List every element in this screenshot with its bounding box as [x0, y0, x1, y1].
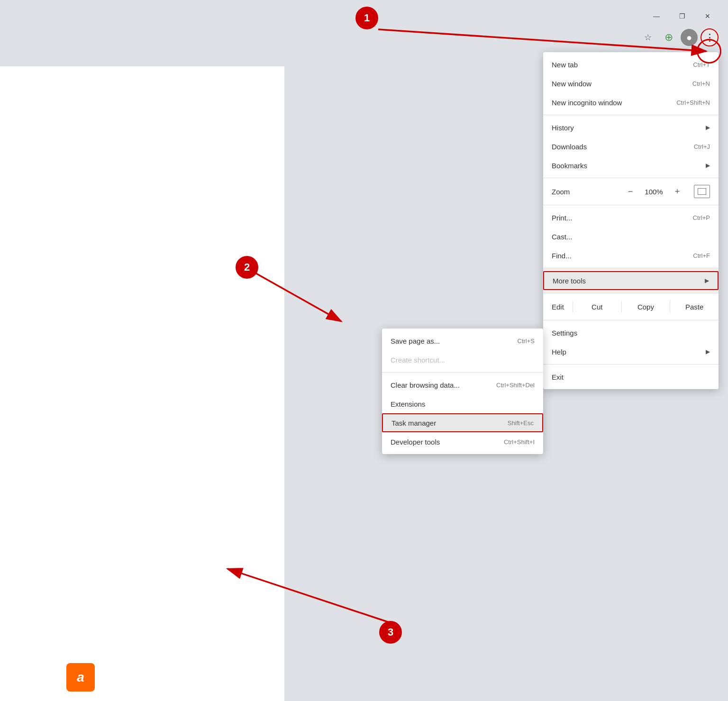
menu-dots-icon: ⋮ — [705, 32, 715, 43]
fullscreen-button[interactable] — [694, 185, 710, 198]
menu-item-history[interactable]: History ▶ — [543, 118, 719, 137]
chrome-menu-button[interactable]: ⋮ — [701, 28, 719, 46]
page-content — [0, 52, 284, 701]
menu-item-exit[interactable]: Exit — [543, 367, 719, 386]
maximize-button[interactable]: ❐ — [671, 9, 693, 24]
window-controls: — ❐ ✕ — [646, 9, 719, 24]
submenu-item-developer-tools[interactable]: Developer tools Ctrl+Shift+I — [382, 432, 543, 451]
submenu-item-create-shortcut[interactable]: Create shortcut... — [382, 350, 543, 369]
zoom-row: Zoom − 100% + — [543, 181, 719, 202]
close-button[interactable]: ✕ — [697, 9, 719, 24]
menu-item-bookmarks[interactable]: Bookmarks ▶ — [543, 156, 719, 175]
bookmark-button[interactable]: ☆ — [639, 28, 657, 46]
menu-item-settings[interactable]: Settings — [543, 323, 719, 342]
menu-section-edit: Edit Cut Copy Paste — [543, 293, 719, 320]
menu-section-exit: Exit — [543, 364, 719, 389]
browser-toolbar: ☆ ⊕ ● ⋮ — [639, 28, 719, 46]
zoom-in-button[interactable]: + — [669, 183, 685, 200]
menu-item-cast[interactable]: Cast... — [543, 227, 719, 246]
extension-button[interactable]: ⊕ — [660, 28, 678, 46]
submenu-section-2: Clear browsing data... Ctrl+Shift+Del Ex… — [382, 373, 543, 454]
profile-icon: ● — [686, 32, 692, 43]
menu-section-nav: History ▶ Downloads Ctrl+J Bookmarks ▶ — [543, 115, 719, 178]
menu-section-zoom: Zoom − 100% + — [543, 178, 719, 205]
profile-button[interactable]: ● — [681, 29, 698, 46]
bookmark-icon: ☆ — [644, 32, 652, 43]
cut-button[interactable]: Cut — [573, 299, 621, 315]
menu-item-print[interactable]: Print... Ctrl+P — [543, 208, 719, 227]
more-tools-submenu: Save page as... Ctrl+S Create shortcut..… — [382, 328, 543, 454]
favicon: a — [66, 663, 95, 692]
menu-section-new: New tab Ctrl+T New window Ctrl+N New inc… — [543, 52, 719, 115]
minimize-button[interactable]: — — [646, 9, 667, 24]
menu-item-incognito[interactable]: New incognito window Ctrl+Shift+N — [543, 93, 719, 112]
submenu-item-task-manager[interactable]: Task manager Shift+Esc — [382, 413, 543, 432]
menu-item-find[interactable]: Find... Ctrl+F — [543, 246, 719, 265]
menu-item-downloads[interactable]: Downloads Ctrl+J — [543, 137, 719, 156]
chrome-menu: New tab Ctrl+T New window Ctrl+N New inc… — [543, 52, 719, 389]
menu-item-new-window[interactable]: New window Ctrl+N — [543, 74, 719, 93]
submenu-item-extensions[interactable]: Extensions — [382, 394, 543, 413]
menu-section-tools1: Print... Ctrl+P Cast... Find... Ctrl+F — [543, 205, 719, 268]
zoom-out-button[interactable]: − — [622, 183, 638, 200]
copy-button[interactable]: Copy — [622, 299, 670, 315]
extension-icon: ⊕ — [664, 31, 673, 44]
paste-button[interactable]: Paste — [670, 299, 719, 315]
menu-item-new-tab[interactable]: New tab Ctrl+T — [543, 55, 719, 74]
menu-section-settings: Settings Help ▶ — [543, 320, 719, 364]
submenu-section-1: Save page as... Ctrl+S Create shortcut..… — [382, 328, 543, 373]
callout-1: 1 — [355, 7, 378, 29]
menu-item-help[interactable]: Help ▶ — [543, 342, 719, 361]
callout-2: 2 — [236, 256, 258, 279]
edit-row: Edit Cut Copy Paste — [543, 296, 719, 317]
favicon-letter: a — [77, 670, 84, 685]
submenu-item-clear-browsing[interactable]: Clear browsing data... Ctrl+Shift+Del — [382, 375, 543, 394]
callout-3: 3 — [379, 621, 402, 644]
menu-item-more-tools[interactable]: More tools ▶ — [543, 271, 719, 290]
submenu-item-save-page[interactable]: Save page as... Ctrl+S — [382, 331, 543, 350]
zoom-controls: − 100% + — [622, 183, 710, 200]
menu-section-more-tools: More tools ▶ — [543, 268, 719, 293]
